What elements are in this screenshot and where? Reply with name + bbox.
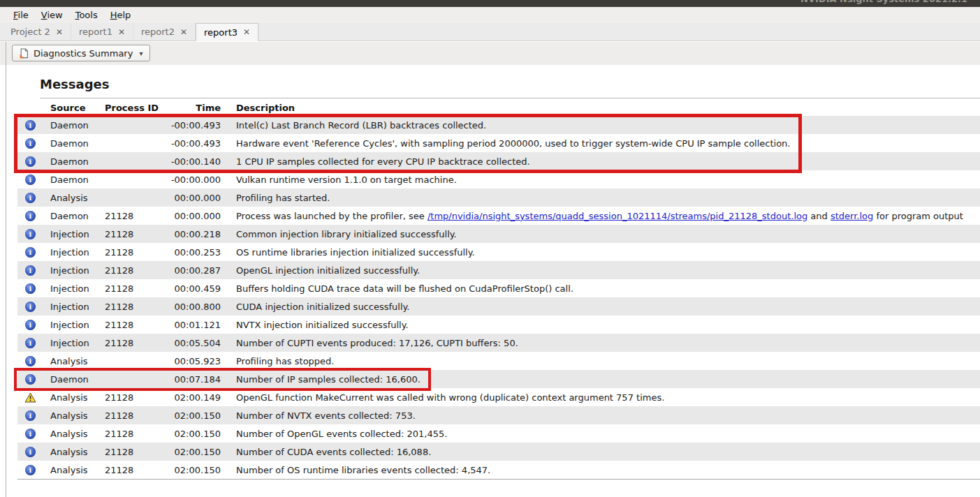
description-cell: NVTX injection initialized successfully. [236, 320, 980, 330]
column-header-icon [17, 103, 43, 116]
view-selector-button[interactable]: Diagnostics Summary ▾ [12, 45, 150, 61]
description-cell: Number of CUDA events collected: 16,088. [236, 447, 980, 457]
source-cell: Analysis [43, 410, 105, 421]
tab-report3[interactable]: report3 ✕ [196, 23, 258, 41]
source-cell: Analysis [43, 392, 105, 403]
source-cell: Analysis [43, 193, 105, 203]
description-cell: Number of OS runtime libraries events co… [236, 465, 980, 475]
time-cell: -00:00.493 [168, 120, 226, 131]
tabbar: Project 2 ✕ report1 ✕ report2 ✕ report3 … [0, 23, 980, 41]
source-cell: Analysis [43, 356, 105, 366]
page-title: Messages [40, 77, 110, 91]
description-cell: Hardware event 'Reference Cycles', with … [236, 138, 980, 149]
warning-icon [24, 392, 36, 403]
time-cell: 00:00.000 [168, 211, 226, 221]
info-icon: i [25, 447, 36, 457]
source-cell: Injection [43, 338, 105, 348]
table-row[interactable]: iAnalysis2112802:00.150Number of OpenGL … [17, 424, 980, 443]
info-icon: i [25, 138, 36, 149]
source-cell: Analysis [43, 447, 105, 457]
table-row[interactable]: Analysis2112802:00.149OpenGL function Ma… [17, 388, 980, 406]
process-id-cell: 21128 [105, 229, 168, 239]
tab-label: report3 [204, 27, 237, 38]
info-icon: i [25, 410, 36, 421]
table-row[interactable]: iInjection2112800:00.459Buffers holding … [17, 279, 980, 297]
table-row[interactable]: iInjection2112800:00.253OS runtime libra… [17, 243, 980, 261]
time-cell: 00:00.253 [168, 247, 226, 258]
info-icon: i [25, 156, 36, 167]
time-cell: 00:00.800 [168, 302, 226, 312]
time-cell: 00:00.459 [168, 283, 226, 294]
info-icon: i [25, 193, 36, 203]
close-icon[interactable]: ✕ [243, 27, 250, 37]
table-row[interactable]: iAnalysis00:05.923Profiling has stopped. [17, 352, 980, 370]
tab-report1[interactable]: report1 ✕ [71, 23, 133, 40]
process-id-cell: 21128 [105, 338, 168, 348]
time-cell: 02:00.150 [168, 429, 226, 439]
table-row[interactable]: iDaemon00:07.184Number of IP samples col… [17, 370, 980, 388]
file-link[interactable]: /tmp/nvidia/nsight_systems/quadd_session… [427, 211, 807, 221]
description-cell: OpenGL function MakeCurrent was called w… [236, 392, 980, 403]
description-cell: OS runtime libraries injection initializ… [236, 247, 980, 258]
column-header-source: Source [43, 103, 105, 116]
description-cell: Number of IP samples collected: 16,600. [236, 374, 980, 385]
file-link[interactable]: stderr.log [831, 211, 873, 221]
table-header: Source Process ID Time Description [17, 103, 980, 116]
table-row[interactable]: iAnalysis2112802:00.150Number of CUDA ev… [17, 443, 980, 461]
menu-item-help[interactable]: Help [104, 8, 138, 22]
time-cell: 00:05.923 [168, 356, 226, 366]
process-id-cell: 21128 [105, 429, 168, 439]
table-row[interactable]: iInjection2112800:00.800CUDA injection i… [17, 297, 980, 316]
info-icon: i [25, 338, 36, 348]
table-row[interactable]: iAnalysis2112802:00.150Number of OS runt… [17, 461, 980, 479]
time-cell: 00:05.504 [168, 338, 226, 348]
table-row[interactable]: iDaemon-00:00.493Intel(c) Last Branch Re… [17, 116, 980, 134]
description-cell: Common injection library initialized suc… [236, 229, 980, 239]
table-row[interactable]: iDaemon2112800:00.000Process was launche… [17, 207, 980, 225]
table-row[interactable]: iAnalysis2112802:00.150Number of NVTX ev… [17, 406, 980, 424]
process-id-cell: 21128 [105, 247, 168, 258]
description-cell: CUDA injection initialized successfully. [236, 302, 980, 312]
source-cell: Daemon [43, 211, 105, 221]
process-id-cell: 21128 [105, 302, 168, 312]
time-cell: -00:00.140 [168, 156, 226, 167]
description-cell: Profiling has stopped. [236, 356, 980, 366]
info-icon: i [25, 465, 36, 475]
close-icon[interactable]: ✕ [118, 27, 125, 37]
table-row[interactable]: iDaemon-00:00.1401 CPU IP samples collec… [17, 152, 980, 170]
table-row[interactable]: iDaemon-00:00.000Vulkan runtime version … [17, 170, 980, 188]
description-cell: Buffers holding CUDA trace data will be … [236, 283, 980, 294]
close-icon[interactable]: ✕ [180, 27, 187, 37]
info-icon: i [25, 320, 36, 330]
source-cell: Injection [43, 302, 105, 312]
info-icon: i [25, 265, 36, 276]
column-header-process-id: Process ID [105, 103, 168, 116]
table-row[interactable]: iInjection2112800:00.287OpenGL injection… [17, 261, 980, 279]
process-id-cell: 21128 [105, 392, 168, 403]
menu-item-tools[interactable]: Tools [69, 8, 104, 22]
table-row[interactable]: iInjection2112800:01.121NVTX injection i… [17, 316, 980, 334]
window-titlebar: NVIDIA Nsight Systems 2021.2.1 [0, 0, 980, 7]
source-cell: Daemon [43, 156, 105, 167]
description-cell: OpenGL injection initialized successfull… [236, 265, 980, 276]
time-cell: 00:07.184 [168, 374, 226, 385]
table-row[interactable]: iAnalysis00:00.000Profiling has started. [17, 188, 980, 207]
process-id-cell: 21128 [105, 265, 168, 276]
tab-project-2[interactable]: Project 2 ✕ [3, 23, 71, 40]
close-icon[interactable]: ✕ [56, 27, 63, 37]
tab-label: Project 2 [10, 27, 50, 37]
menu-item-file[interactable]: File [7, 8, 35, 22]
table-row[interactable]: iDaemon-00:00.493Hardware event 'Referen… [17, 134, 980, 152]
tab-report2[interactable]: report2 ✕ [133, 23, 196, 40]
time-cell: -00:00.493 [168, 138, 226, 149]
info-icon: i [25, 302, 36, 312]
source-cell: Injection [43, 247, 105, 258]
source-cell: Injection [43, 265, 105, 276]
table-row[interactable]: iInjection2112800:00.218Common injection… [17, 225, 980, 243]
description-cell: Process was launched by the profiler, se… [236, 211, 980, 221]
menu-item-view[interactable]: View [35, 8, 69, 22]
time-cell: 02:00.150 [168, 447, 226, 457]
info-icon: i [25, 283, 36, 294]
source-cell: Daemon [43, 120, 105, 131]
table-row[interactable]: iInjection2112800:05.504Number of CUPTI … [17, 334, 980, 352]
